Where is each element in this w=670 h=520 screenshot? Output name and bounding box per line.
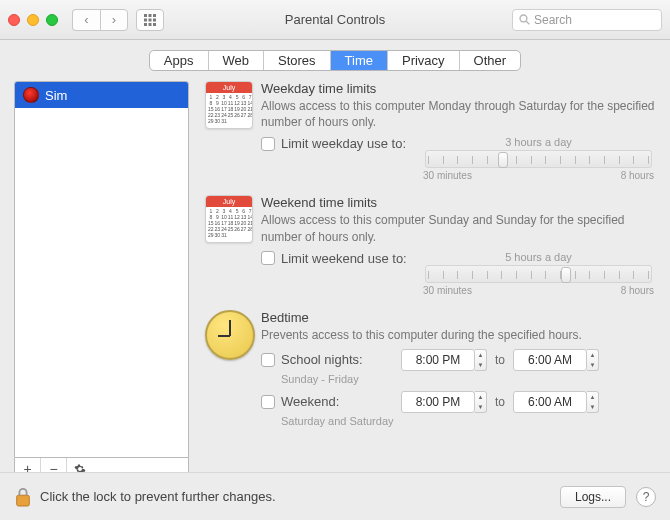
weekend-slider-max: 8 hours <box>621 285 654 296</box>
calendar-icon: July 12345678910111213141516171819202122… <box>205 195 253 243</box>
svg-rect-4 <box>149 18 152 21</box>
calendar-icon: July 12345678910111213141516171819202122… <box>205 81 253 129</box>
svg-rect-11 <box>17 495 30 506</box>
help-button[interactable]: ? <box>636 487 656 507</box>
school-sub: Sunday - Friday <box>281 373 656 385</box>
weekday-checkbox-label: Limit weekday use to: <box>281 136 406 151</box>
stepper[interactable]: ▲▼ <box>587 349 599 371</box>
tab-web[interactable]: Web <box>209 51 265 70</box>
svg-rect-1 <box>149 14 152 17</box>
tab-apps[interactable]: Apps <box>150 51 209 70</box>
svg-rect-8 <box>153 23 156 26</box>
weekend-slider-min: 30 minutes <box>423 285 472 296</box>
stepper[interactable]: ▲▼ <box>475 349 487 371</box>
weekend-nights-label: Weekend: <box>281 394 339 409</box>
svg-rect-2 <box>153 14 156 17</box>
to-label: to <box>495 395 505 409</box>
weekend-section: July 12345678910111213141516171819202122… <box>205 195 656 295</box>
lock-text: Click the lock to prevent further change… <box>40 489 560 504</box>
time-value[interactable]: 8:00 PM <box>401 349 475 371</box>
weekday-slider[interactable] <box>425 150 652 168</box>
time-value[interactable]: 6:00 AM <box>513 349 587 371</box>
lock-icon[interactable] <box>14 486 32 508</box>
weekend-to-field[interactable]: 6:00 AM ▲▼ <box>513 391 599 413</box>
weekday-checkbox[interactable] <box>261 137 275 151</box>
svg-rect-0 <box>144 14 147 17</box>
weekend-checkbox-label: Limit weekend use to: <box>281 251 407 266</box>
weekend-title: Weekend time limits <box>261 195 656 210</box>
school-from-field[interactable]: 8:00 PM ▲▼ <box>401 349 487 371</box>
weekday-slider-min: 30 minutes <box>423 170 472 181</box>
weekend-slider-caption: 5 hours a day <box>421 251 656 263</box>
svg-point-9 <box>520 15 527 22</box>
weekend-slider[interactable] <box>425 265 652 283</box>
tab-other[interactable]: Other <box>460 51 521 70</box>
search-placeholder: Search <box>534 13 572 27</box>
user-list[interactable]: Sim <box>14 81 189 458</box>
weekday-section: July 12345678910111213141516171819202122… <box>205 81 656 181</box>
user-name: Sim <box>45 88 67 103</box>
svg-rect-3 <box>144 18 147 21</box>
avatar <box>23 87 39 103</box>
maximize-icon[interactable] <box>46 14 58 26</box>
window-controls <box>8 14 58 26</box>
weekday-slider-max: 8 hours <box>621 170 654 181</box>
school-nights-label: School nights: <box>281 352 363 367</box>
nav-buttons: ‹ › <box>72 9 128 31</box>
weekend-checkbox[interactable] <box>261 251 275 265</box>
forward-button[interactable]: › <box>100 9 128 31</box>
calendar-month: July <box>206 196 252 207</box>
user-row-sim[interactable]: Sim <box>15 82 188 108</box>
footer: Click the lock to prevent further change… <box>0 472 670 520</box>
search-icon <box>519 14 530 25</box>
time-value[interactable]: 8:00 PM <box>401 391 475 413</box>
minimize-icon[interactable] <box>27 14 39 26</box>
titlebar: ‹ › Parental Controls Search <box>0 0 670 40</box>
stepper[interactable]: ▲▼ <box>475 391 487 413</box>
weekend-nights-checkbox[interactable] <box>261 395 275 409</box>
slider-knob[interactable] <box>498 152 508 168</box>
bedtime-section: Bedtime Prevents access to this computer… <box>205 310 656 427</box>
svg-rect-6 <box>144 23 147 26</box>
clock-icon <box>205 310 255 360</box>
grid-icon <box>144 14 156 26</box>
search-input[interactable]: Search <box>512 9 662 31</box>
user-sidebar: Sim + − <box>14 81 189 481</box>
show-all-button[interactable] <box>136 9 164 31</box>
weekend-desc: Allows access to this computer Sunday an… <box>261 212 656 244</box>
slider-knob[interactable] <box>561 267 571 283</box>
weekend-from-field[interactable]: 8:00 PM ▲▼ <box>401 391 487 413</box>
weekend-sub: Saturday and Saturday <box>281 415 656 427</box>
bedtime-title: Bedtime <box>261 310 656 325</box>
weekday-slider-caption: 3 hours a day <box>421 136 656 148</box>
svg-rect-7 <box>149 23 152 26</box>
back-button[interactable]: ‹ <box>72 9 100 31</box>
svg-line-10 <box>526 21 529 24</box>
bedtime-desc: Prevents access to this computer during … <box>261 327 656 343</box>
tab-stores[interactable]: Stores <box>264 51 331 70</box>
school-to-field[interactable]: 6:00 AM ▲▼ <box>513 349 599 371</box>
calendar-month: July <box>206 82 252 93</box>
svg-rect-5 <box>153 18 156 21</box>
time-value[interactable]: 6:00 AM <box>513 391 587 413</box>
to-label: to <box>495 353 505 367</box>
close-icon[interactable] <box>8 14 20 26</box>
school-nights-checkbox[interactable] <box>261 353 275 367</box>
tab-bar: Apps Web Stores Time Privacy Other <box>0 50 670 71</box>
tab-privacy[interactable]: Privacy <box>388 51 460 70</box>
logs-button[interactable]: Logs... <box>560 486 626 508</box>
stepper[interactable]: ▲▼ <box>587 391 599 413</box>
tab-time[interactable]: Time <box>331 51 388 70</box>
weekday-desc: Allows access to this computer Monday th… <box>261 98 656 130</box>
weekday-title: Weekday time limits <box>261 81 656 96</box>
